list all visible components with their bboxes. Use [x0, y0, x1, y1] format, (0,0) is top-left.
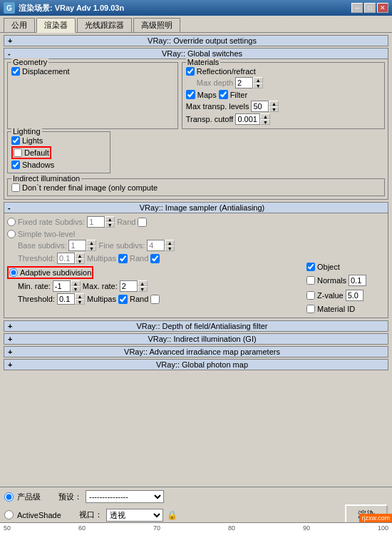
- transp-cutoff-down[interactable]: ▼: [260, 119, 270, 125]
- rand2-checkbox[interactable]: [150, 254, 160, 263]
- threshold-input[interactable]: [57, 253, 75, 264]
- maps-filter-row: Maps Filter: [186, 90, 381, 99]
- multipas-label: Multipas: [87, 254, 116, 263]
- rand3-checkbox[interactable]: [150, 295, 160, 304]
- max-rate-up[interactable]: ▲: [138, 280, 148, 286]
- min-rate-spinner[interactable]: ▲ ▼: [71, 280, 81, 292]
- maps-checkbox[interactable]: [186, 90, 195, 99]
- title-bar: G 渲染场景: VRay Adv 1.09.03n ─ □ ✕: [0, 0, 392, 16]
- gi-header[interactable]: + VRay:: Indirect illumination (GI): [4, 333, 388, 345]
- subdivs-input[interactable]: [87, 216, 105, 228]
- max-depth-up[interactable]: ▲: [253, 77, 263, 83]
- transp-cutoff-input[interactable]: [235, 113, 260, 125]
- product-level-radio[interactable]: [4, 492, 14, 502]
- irradiance-header[interactable]: + VRay:: Advanced irradiance map paramet…: [4, 346, 388, 357]
- photon-section: + VRay:: Global photon map: [4, 359, 388, 370]
- global-groups: Geometry Displacement Materials: [7, 62, 385, 129]
- dont-render-row: Don`t render final image (only compute: [11, 183, 381, 192]
- default-checkbox[interactable]: [14, 148, 22, 157]
- max-rate-spinner[interactable]: ▲ ▼: [138, 280, 148, 292]
- max-depth-input[interactable]: [235, 77, 253, 88]
- subdivs-up[interactable]: ▲: [105, 216, 115, 222]
- max-transp-up[interactable]: ▲: [269, 101, 279, 106]
- tab-gao-ji-zhao-ming[interactable]: 高级照明: [133, 18, 180, 32]
- minimize-button[interactable]: ─: [351, 3, 363, 13]
- fine-subdivs-field: ▲ ▼: [147, 240, 175, 251]
- base-subdivs-spinner[interactable]: ▲ ▼: [86, 240, 96, 251]
- multipas-checkbox[interactable]: [118, 254, 128, 263]
- override-header[interactable]: + VRay:: Override output settings: [4, 35, 388, 46]
- max-transp-label: Max transp. levels: [186, 102, 249, 111]
- filter-checkbox[interactable]: [219, 90, 228, 99]
- object-label: Object: [317, 263, 340, 271]
- override-toggle: +: [8, 36, 16, 45]
- z-value-checkbox[interactable]: [306, 291, 315, 300]
- max-depth-row: Max depth ▲ ▼: [186, 77, 381, 88]
- lights-checkbox[interactable]: [11, 136, 20, 145]
- normals-input[interactable]: [349, 275, 366, 286]
- activeshade-radio[interactable]: [4, 510, 14, 519]
- tab-xuan-ran-qi[interactable]: 渲染器: [36, 18, 76, 33]
- material-id-checkbox[interactable]: [306, 305, 315, 313]
- min-rate-down[interactable]: ▼: [71, 286, 81, 292]
- normals-checkbox[interactable]: [306, 276, 315, 285]
- reflection-checkbox[interactable]: [186, 67, 195, 76]
- transp-cutoff-up[interactable]: ▲: [260, 113, 270, 119]
- max-transp-down[interactable]: ▼: [269, 106, 279, 112]
- base-subdivs-input[interactable]: [68, 240, 86, 251]
- rand-checkbox[interactable]: [138, 218, 147, 227]
- threshold2-input[interactable]: [57, 293, 75, 305]
- max-rate-down[interactable]: ▼: [138, 286, 148, 292]
- fine-subdivs-input[interactable]: [147, 240, 165, 251]
- adaptive-radio[interactable]: [9, 268, 18, 277]
- fine-subdivs-down[interactable]: ▼: [165, 245, 175, 251]
- subdivs-spinner[interactable]: ▲ ▼: [105, 216, 115, 228]
- multipas2-checkbox[interactable]: [118, 295, 128, 304]
- max-rate-input[interactable]: [120, 280, 138, 292]
- fixed-rate-label: Fixed rate: [18, 218, 53, 226]
- dont-render-checkbox[interactable]: [11, 183, 20, 192]
- fine-subdivs-up[interactable]: ▲: [165, 240, 175, 245]
- min-rate-input[interactable]: [53, 280, 71, 292]
- max-depth-spinner[interactable]: ▲ ▼: [253, 77, 263, 88]
- max-transp-spinner[interactable]: ▲ ▼: [269, 101, 279, 112]
- fine-subdivs-spinner[interactable]: ▲ ▼: [165, 240, 175, 251]
- threshold2-spinner[interactable]: ▲ ▼: [75, 293, 85, 305]
- photon-toggle: +: [8, 360, 16, 369]
- geometry-label: Geometry: [11, 58, 48, 66]
- transp-cutoff-spinner[interactable]: ▲ ▼: [260, 113, 270, 125]
- depth-header[interactable]: + VRay:: Depth of field/Antialiasing fil…: [4, 320, 388, 332]
- simple-two-level-radio[interactable]: [7, 230, 16, 238]
- max-transp-input[interactable]: [251, 101, 269, 112]
- min-rate-up[interactable]: ▲: [71, 280, 81, 286]
- close-button[interactable]: ✕: [377, 3, 388, 13]
- maximize-button[interactable]: □: [364, 3, 376, 13]
- viewport-select[interactable]: 透视: [106, 509, 163, 522]
- shadows-checkbox[interactable]: [11, 161, 20, 169]
- threshold-down[interactable]: ▼: [75, 258, 85, 264]
- tab-guang-xian[interactable]: 光线跟踪器: [77, 18, 132, 32]
- displacement-checkbox[interactable]: [11, 67, 20, 76]
- max-depth-down[interactable]: ▼: [253, 83, 263, 88]
- z-value-input[interactable]: [346, 290, 363, 301]
- photon-header[interactable]: + VRay:: Global photon map: [4, 359, 388, 370]
- threshold-up[interactable]: ▲: [75, 253, 85, 258]
- lock-icon[interactable]: 🔒: [167, 510, 177, 520]
- depth-section: + VRay:: Depth of field/Antialiasing fil…: [4, 320, 388, 332]
- tab-gong-yong[interactable]: 公用: [4, 18, 35, 32]
- threshold2-down[interactable]: ▼: [75, 299, 85, 305]
- base-subdivs-down[interactable]: ▼: [86, 245, 96, 251]
- object-checkbox[interactable]: [306, 263, 315, 271]
- ruler-bar: 50 60 70 80 90 100: [0, 522, 392, 533]
- preset-select[interactable]: ---------------: [86, 490, 164, 503]
- base-subdivs-up[interactable]: ▲: [86, 240, 96, 245]
- threshold2-up[interactable]: ▲: [75, 293, 85, 299]
- sampler-left: Fixed rate Subdivs: ▲ ▼ Rand: [7, 216, 303, 315]
- sampler-header[interactable]: - VRay:: Image sampler (Antialiasing): [4, 202, 388, 213]
- default-label: Default: [24, 148, 49, 157]
- subdivs-down[interactable]: ▼: [105, 222, 115, 228]
- fixed-rate-radio[interactable]: [7, 218, 16, 226]
- main-content: + VRay:: Override output settings - VRay…: [0, 33, 392, 504]
- global-toggle: -: [8, 49, 16, 58]
- threshold-spinner[interactable]: ▲ ▼: [75, 253, 85, 264]
